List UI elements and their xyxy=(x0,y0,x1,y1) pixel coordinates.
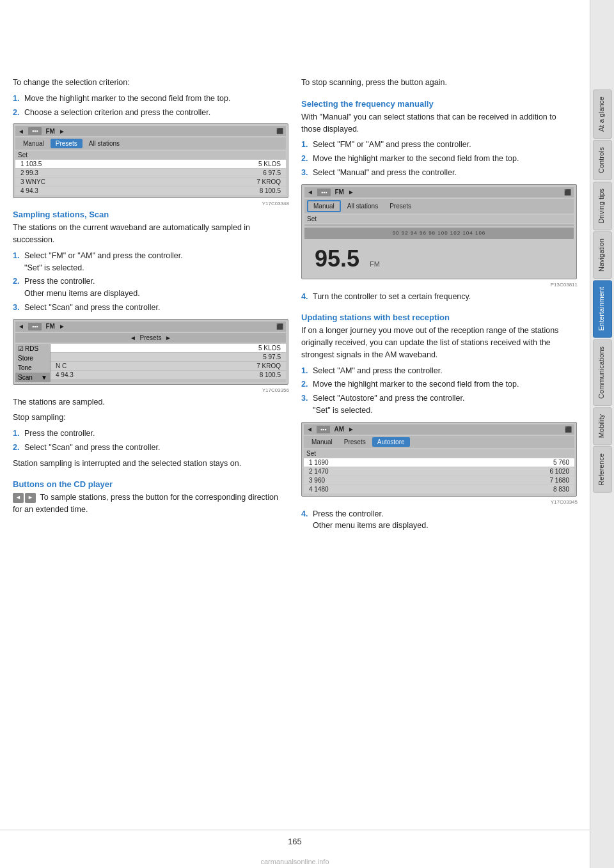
am-row-4: 4 14808 830 xyxy=(304,485,574,493)
watermark: carmanualsonline.info xyxy=(0,853,590,868)
sampling-title: Sampling stations, Scan xyxy=(13,210,288,219)
station-row-2: 2 99.36 97.5 xyxy=(15,169,286,177)
tab-manual-3[interactable]: Manual xyxy=(307,200,341,212)
updating-title: Updating stations with best reception xyxy=(301,313,577,322)
step4b: 4. Press the controller. Other menu item… xyxy=(301,508,577,532)
sidebar-tab-communications[interactable]: Communications xyxy=(593,339,612,406)
tab-manual-1[interactable]: Manual xyxy=(18,139,49,148)
screen2-top-bar: ◄ ▪▪▪ FM ► ⬛ xyxy=(15,322,286,332)
screen4-caption: Y17C03345 xyxy=(551,499,578,505)
device-screen-4: ◄ ▪▪▪ AM ► ⬛ Manual Presets Autostore Se… xyxy=(301,422,577,497)
screen1-set: Set xyxy=(15,151,286,159)
sidebar-tab-driving-tips[interactable]: Driving tips xyxy=(593,182,612,230)
cd-btn-left: ◄ xyxy=(13,493,24,503)
main-content: To change the selection criterion: 1. Mo… xyxy=(0,0,590,868)
am-row-2: 2 14706 1020 xyxy=(304,467,574,476)
fm-label: FM xyxy=(365,260,380,268)
updating-step-1: 1. Select "AM" and press the controller. xyxy=(301,365,577,377)
screen2-body: ☑RDS Store Tone Scan▼ 5 KLOS 5 97. xyxy=(15,344,286,382)
cd-buttons: ◄ ► xyxy=(13,493,36,503)
am-row-3: 3 9607 1680 xyxy=(304,476,574,484)
device-screen-2: ◄ ▪▪▪ FM ► ⬛ ◄ Presets ► ☑RDS Store T xyxy=(13,319,288,385)
stop-step-1: 1. Press the controller. xyxy=(13,428,288,440)
freq-manual-title: Selecting the frequency manually xyxy=(301,99,577,109)
tab-presets-1[interactable]: Presets xyxy=(51,139,83,148)
sidebar-tab-entertainment[interactable]: Entertainment xyxy=(593,280,612,337)
intro-step-1: 1. Move the highlight marker to the seco… xyxy=(13,93,288,105)
sidebar-tab-at-a-glance[interactable]: At a glance xyxy=(593,89,612,139)
menu-scan: Scan▼ xyxy=(15,373,50,382)
stop-sampling-text: Stop sampling: xyxy=(13,412,288,424)
tab-presets-4[interactable]: Presets xyxy=(339,437,371,447)
tab-manual-4[interactable]: Manual xyxy=(306,437,338,447)
cd-section-title: Buttons on the CD player xyxy=(13,479,288,489)
freq-manual-intro: With "Manual" you can select stations th… xyxy=(301,111,577,136)
sampling-step-3: 3. Select "Scan" and press the controlle… xyxy=(13,302,288,314)
top-space xyxy=(0,0,590,77)
station-row-3: 3 WNYC7 KROQ xyxy=(15,178,286,186)
big-freq-container: 95.5 FM xyxy=(304,242,574,276)
sampling-step-2: 2. Press the controller.Other menu items… xyxy=(13,275,288,300)
stop-scan-text: To stop scanning, press the button again… xyxy=(301,77,577,89)
cd-text: ◄ ► To sample stations, press the button… xyxy=(13,492,288,516)
sidebar-tab-reference[interactable]: Reference xyxy=(593,446,612,493)
s2-row-3: N C7 KROQ xyxy=(51,362,286,370)
sidebar-tab-mobility[interactable]: Mobility xyxy=(593,407,612,445)
freq-step-2: 2. Move the highlight marker to the seco… xyxy=(301,153,577,165)
stop-step-2: 2. Select "Scan" and press the controlle… xyxy=(13,442,288,454)
menu-store: Store xyxy=(15,353,50,363)
tab-all-stations-3[interactable]: All stations xyxy=(342,201,383,211)
screen2-stations: 5 KLOS 5 97.5 N C7 KROQ 4 94.38 100.5 xyxy=(51,344,286,382)
station-row-4: 4 94.38 100.5 xyxy=(15,187,286,195)
station-row-1: 1 103.55 KLOS xyxy=(15,160,286,168)
screen1-top-bar: ◄ ▪▪▪ FM ► ⬛ xyxy=(15,126,286,136)
screen3-caption: P13C03811 xyxy=(551,282,578,288)
screen4-tab-row: Manual Presets Autostore xyxy=(304,436,574,448)
tab-all-stations-1[interactable]: All stations xyxy=(84,139,125,148)
sidebar: At a glance Controls Driving tips Naviga… xyxy=(590,0,614,868)
menu-rds: ☑RDS xyxy=(15,344,50,353)
tab-autostore-4[interactable]: Autostore xyxy=(372,437,410,447)
freq-manual-steps: 1. Select "FM" or "AM" and press the con… xyxy=(301,139,577,178)
screen2-caption: Y17C03356 xyxy=(262,387,289,393)
device-screen-3: ◄ ▪▪▪ FM ► ⬛ Manual All stations Presets… xyxy=(301,184,577,279)
intro-steps: 1. Move the highlight marker to the seco… xyxy=(13,93,288,119)
screen2-presets-bar: ◄ Presets ► xyxy=(15,333,286,343)
step4: 4. Turn the controller to set a certain … xyxy=(301,291,577,303)
sampling-step-1: 1. Select "FM" or "AM" and press the con… xyxy=(13,250,288,274)
updating-intro: If on a longer journey you move out of t… xyxy=(301,325,577,360)
screen4-top-bar: ◄ ▪▪▪ AM ► ⬛ xyxy=(304,424,574,435)
freq-scale-bar: 90 92 94 96 98 100 102 104 106 xyxy=(304,228,574,239)
sidebar-tab-controls[interactable]: Controls xyxy=(593,140,612,180)
cd-btn-right: ► xyxy=(25,493,36,503)
screen4-set: Set xyxy=(304,449,574,458)
two-col-layout: To change the selection criterion: 1. Mo… xyxy=(0,77,590,823)
big-freq-number: 95.5 xyxy=(310,243,365,275)
updating-step-2: 2. Move the highlight marker to the seco… xyxy=(301,378,577,391)
intro-step-2: 2. Choose a selection criterion and pres… xyxy=(13,107,288,119)
menu-tone: Tone xyxy=(15,363,50,373)
s2-row-2: 5 97.5 xyxy=(51,353,286,361)
step4b-list: 4. Press the controller. Other menu item… xyxy=(301,508,577,532)
updating-step-3: 3. Select "Autostore" and press the cont… xyxy=(301,392,577,417)
interrupted-text: Station sampling is interrupted and the … xyxy=(13,458,288,470)
s2-row-4: 4 94.38 100.5 xyxy=(51,371,286,379)
sampling-steps: 1. Select "FM" or "AM" and press the con… xyxy=(13,250,288,314)
sidebar-tab-navigation[interactable]: Navigation xyxy=(593,231,612,279)
freq-step-1: 1. Select "FM" or "AM" and press the con… xyxy=(301,139,577,151)
cursor-bar xyxy=(304,224,574,226)
screen2-menu: ☑RDS Store Tone Scan▼ xyxy=(15,344,51,382)
tab-presets-3[interactable]: Presets xyxy=(384,201,416,211)
device-screen-1: ◄ ▪▪▪ FM ► ⬛ Manual Presets All stations… xyxy=(13,123,288,198)
screen3-top-bar: ◄ ▪▪▪ FM ► ⬛ xyxy=(304,187,574,198)
am-row-1: 1 16905 760 xyxy=(304,458,574,467)
sampling-intro: The stations on the current waveband are… xyxy=(13,222,288,246)
screen1-tab-row: Manual Presets All stations xyxy=(15,137,286,150)
page-number: 165 xyxy=(0,830,590,853)
step4-list: 4. Turn the controller to set a certain … xyxy=(301,291,577,303)
s2-row-1: 5 KLOS xyxy=(51,344,286,352)
updating-steps: 1. Select "AM" and press the controller.… xyxy=(301,365,577,417)
stop-steps: 1. Press the controller. 2. Select "Scan… xyxy=(13,428,288,454)
intro-text: To change the selection criterion: xyxy=(13,77,288,89)
sampled-text: The stations are sampled. xyxy=(13,396,288,408)
